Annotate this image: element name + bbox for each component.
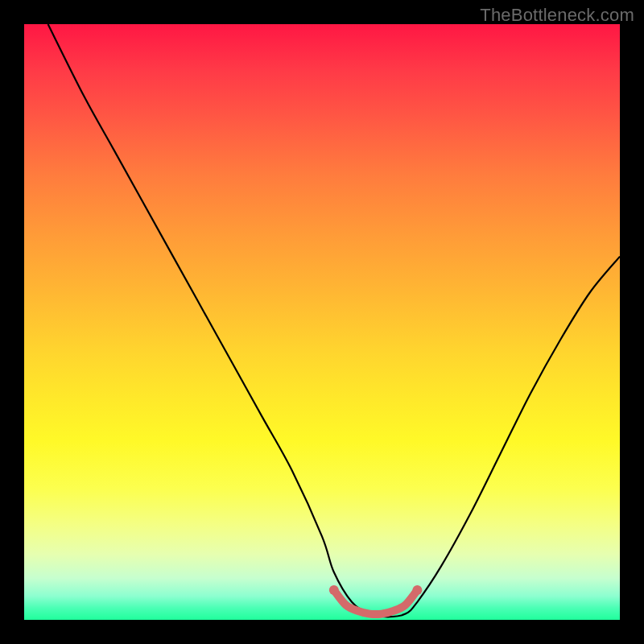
bottleneck-curve (48, 24, 620, 617)
curve-svg (24, 24, 620, 620)
optimal-zone-dot-right (412, 585, 422, 595)
chart-frame: TheBottleneck.com (0, 0, 644, 644)
plot-area (24, 24, 620, 620)
watermark-label: TheBottleneck.com (480, 5, 634, 26)
optimal-zone-dot-left (329, 585, 339, 595)
